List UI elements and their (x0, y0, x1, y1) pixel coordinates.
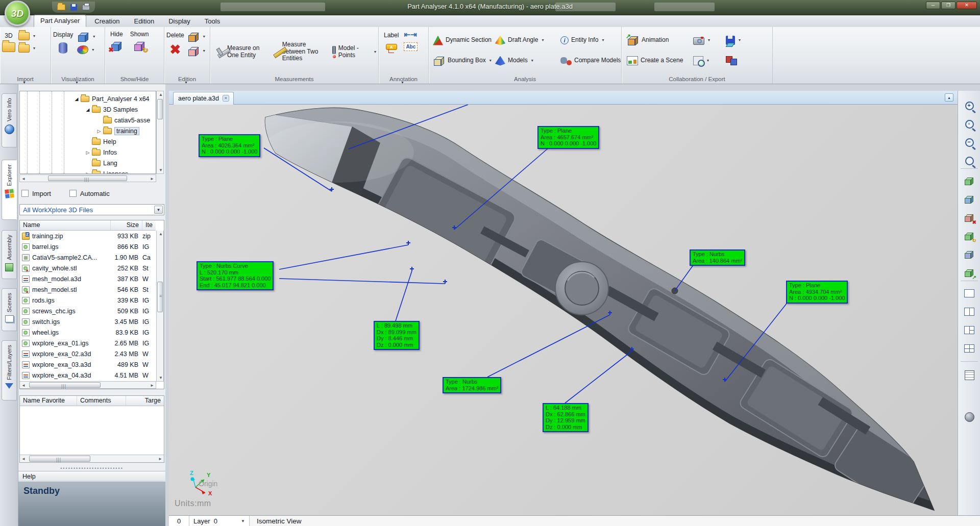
zoom-in-icon[interactable]: + (962, 98, 977, 113)
tab-part-analyser[interactable]: Part Analyser (34, 15, 86, 27)
screenshot-button[interactable]: ▾ (693, 36, 726, 45)
file-filter-dropdown[interactable]: All WorkXplore 3D Files ▼ (19, 204, 164, 215)
sidebar-tab-scenes[interactable]: Scenes (2, 288, 17, 331)
edit-entity-button[interactable]: ▾ (187, 45, 205, 57)
tree-item-catiav5-asse[interactable]: catiav5-asse (95, 115, 150, 126)
scroll-up-arrow[interactable]: ▲ (159, 91, 163, 98)
chevron-down-icon[interactable]: ▾ (542, 37, 544, 44)
maximize-button[interactable]: ❐ (941, 2, 955, 9)
file-row[interactable]: wxplore_exa_04.a3d4.51 MBW (20, 370, 156, 381)
close-button[interactable]: ✕ (957, 2, 977, 9)
file-row[interactable]: training.zip933 KBzip (20, 231, 156, 241)
measurement-label[interactable]: Type : PlaneArea : 4657.674 mm²N : 0.000… (537, 126, 599, 149)
hide-button[interactable]: Hide ✖ (110, 31, 123, 52)
favorites-horizontal-scrollbar[interactable]: ◄ ||| ► (20, 455, 164, 462)
shown-button[interactable]: Shown ↻ (130, 31, 149, 52)
chevron-down-icon[interactable]: ▾ (33, 33, 35, 40)
chevron-down-icon[interactable]: ▾ (92, 46, 94, 54)
scroll-left-arrow[interactable]: ◄ (21, 176, 26, 182)
delete-button[interactable]: Delete ✖ (166, 31, 184, 57)
file-row[interactable]: rods.igs339 KBIG (20, 295, 156, 306)
file-row[interactable]: wxplore_exa_02.a3d2.43 MBW (20, 348, 156, 359)
tree-item-infos[interactable]: ▷Infos (84, 147, 117, 158)
sidebar-tab-vero-info[interactable]: Vero Info (2, 93, 17, 147)
compare-models-button[interactable]: Compare Models (560, 56, 626, 65)
chevron-down-icon[interactable]: ▾ (93, 33, 95, 40)
zoom-out-icon[interactable]: − (962, 135, 977, 150)
automatic-checkbox-row[interactable]: Automatic (69, 190, 110, 197)
measurement-label[interactable]: L : 89.498 mmDx : 89.099 mmDy : 8.446 mm… (374, 321, 420, 350)
tree-item-part-analyser-4-x64[interactable]: ◢Part_Analyser 4 x64 (73, 93, 150, 104)
print-preview-button[interactable]: ▾ (693, 56, 726, 65)
chevron-down-icon[interactable]: ▾ (374, 48, 376, 56)
tree-expanded-icon[interactable]: ◢ (84, 107, 91, 112)
layout-three-views-icon[interactable] (962, 322, 977, 338)
file-table-horizontal-scrollbar[interactable]: ◄ ||| ► (20, 381, 156, 389)
tree-collapsed-icon[interactable]: ▷ (84, 150, 91, 155)
tab-display[interactable]: Display (162, 16, 197, 27)
animation-button[interactable]: ↗ Animation (627, 35, 693, 46)
file-row[interactable]: screws_chc.igs509 KBIG (20, 306, 156, 316)
transform-button[interactable]: ▾ (187, 31, 205, 42)
tree-item-licenses[interactable]: ▷Licenses (84, 168, 128, 174)
tree-collapsed-icon[interactable]: ▷ (95, 129, 103, 134)
measurement-label[interactable]: Type : NurbsArea : 1724.986 mm² (443, 377, 501, 393)
minimize-button[interactable]: ─ (926, 2, 940, 9)
viewport-3d[interactable]: aero plate.a3d ✕ ▴ (169, 91, 958, 515)
file-row[interactable]: wxplore_exa_03.a3d489 KBW (20, 359, 156, 370)
tree-horizontal-scrollbar[interactable]: ◄ ||| ► (19, 174, 156, 182)
panel-resize-grip[interactable]: •••••••••••••••••••••••• (19, 466, 164, 471)
layout-single-icon[interactable] (962, 286, 977, 301)
measure-two-entities-button[interactable]: Measure between Two Entities (273, 30, 324, 73)
view-cube-front-icon[interactable] (962, 192, 977, 207)
selection-mode-button[interactable]: ▾ (77, 31, 95, 42)
favorites-table-header[interactable]: Name Favorite Comments Targe (20, 396, 164, 406)
scroll-right-arrow[interactable]: ► (158, 456, 162, 462)
tree-vertical-scrollbar[interactable]: ▲ ▼ (156, 91, 164, 174)
sidebar-tab-assembly[interactable]: Assembly (2, 230, 17, 279)
column-header-target[interactable]: Targe (126, 396, 164, 406)
measurement-label[interactable]: Type : PlaneArea : 4934.704 mm²N : 0.000… (786, 281, 848, 304)
layout-four-views-icon[interactable] (962, 341, 977, 356)
scroll-right-arrow[interactable]: ► (150, 382, 154, 389)
file-row[interactable]: wxplore_exa_01.igs2.65 MBIG (20, 338, 156, 348)
save-icon[interactable] (70, 4, 77, 11)
chevron-down-icon[interactable]: ▾ (602, 37, 604, 44)
column-header-name-favorite[interactable]: Name Favorite (20, 396, 77, 406)
import-3d-button[interactable]: 3D (2, 32, 15, 53)
zoom-window-icon[interactable]: ▫ (962, 116, 977, 132)
zoom-fit-icon[interactable] (962, 153, 977, 168)
color-button[interactable]: ▾ (77, 45, 95, 54)
scroll-down-arrow[interactable]: ▼ (159, 167, 163, 173)
file-row[interactable]: wheel.igs83.9 KBIG (20, 327, 156, 338)
layout-two-views-icon[interactable] (962, 304, 977, 319)
column-header-name[interactable]: Name (20, 220, 111, 230)
view-cube-refresh-icon[interactable]: ↗ (962, 265, 977, 281)
tree-expanded-icon[interactable]: ◢ (73, 96, 80, 102)
tab-tools[interactable]: Tools (199, 16, 226, 27)
file-row[interactable]: barrel.igs866 KBIG (20, 241, 156, 252)
scroll-left-arrow[interactable]: ◄ (21, 382, 26, 389)
tree-item-lang[interactable]: Lang (84, 158, 117, 168)
import-other-button[interactable]: ▾ (18, 44, 35, 53)
sidebar-tab-explorer[interactable]: Explorer (2, 160, 17, 220)
chevron-down-icon[interactable]: ▾ (707, 57, 709, 64)
models-button[interactable]: Models ▾ (495, 56, 560, 66)
dimension-button[interactable]: ⇤⇥ (404, 31, 418, 38)
model-points-button[interactable]: Model - Points ▾ (331, 30, 376, 73)
tree-item-3d-samples[interactable]: ◢3D Samples (84, 104, 138, 115)
tab-edition[interactable]: Edition (128, 16, 160, 27)
render-sphere-icon[interactable] (962, 409, 977, 424)
view-cube-rotate-icon[interactable]: ↻ (962, 229, 977, 244)
measurement-label[interactable]: Type : PlaneArea : 4026.364 mm²N : 0.000… (199, 134, 260, 157)
layer-dropdown[interactable]: Layer 0 ▼ (189, 516, 250, 526)
file-table-vertical-scrollbar[interactable]: ▲ ≡ ▼ (156, 231, 164, 382)
open-icon[interactable] (57, 4, 65, 10)
view-cube-back-icon[interactable] (962, 247, 977, 262)
import-checkbox[interactable] (21, 190, 29, 197)
import-checkbox-row[interactable]: Import (21, 190, 51, 197)
file-row[interactable]: switch.igs3.45 MBIG (20, 316, 156, 327)
create-scene-button[interactable]: Create a Scene (627, 56, 693, 65)
import-recent-button[interactable]: ▾ (18, 32, 35, 40)
entity-info-button[interactable]: i Entity Info ▾ (560, 36, 626, 44)
